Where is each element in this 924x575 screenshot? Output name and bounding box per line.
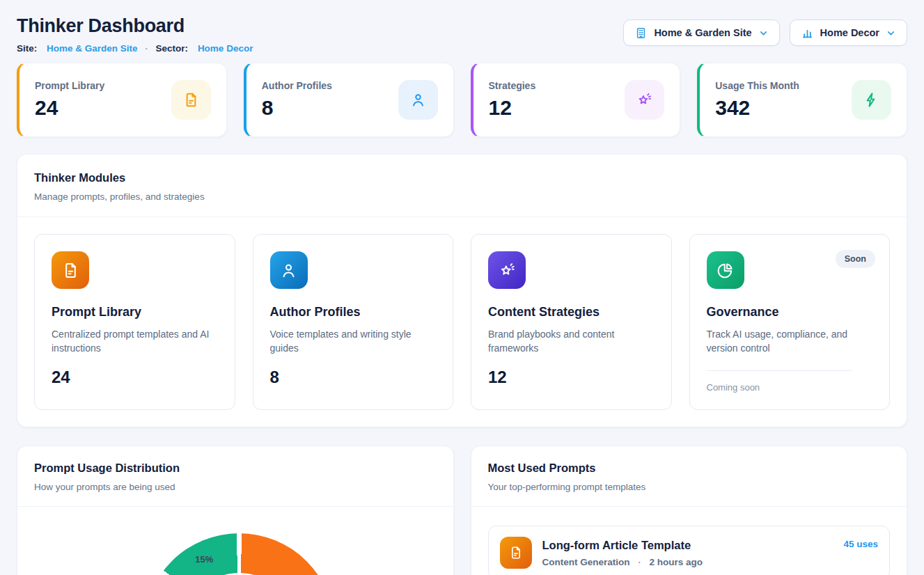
magic-star-icon [488, 251, 526, 289]
stat-value: 12 [489, 96, 536, 120]
header-dropdowns: Home & Garden Site Home Decor [623, 19, 907, 46]
bar-chart-icon [801, 26, 814, 40]
site-sector-meta: Site: Home & Garden Site · Sector: Home … [17, 43, 253, 54]
stat-value: 8 [262, 96, 332, 120]
site-label: Site: [17, 43, 37, 54]
sector-link[interactable]: Home Decor [198, 43, 253, 54]
sector-label: Sector: [156, 43, 189, 54]
pie-chart-icon [707, 251, 744, 289]
stat-label: Strategies [489, 80, 536, 91]
dashboard-page: Thinker Dashboard Site: Home & Garden Si… [0, 0, 924, 575]
module-card-content-strategies[interactable]: Content Strategies Brand playbooks and c… [471, 234, 672, 410]
most-used-prompts-card: Most Used Prompts Your top-performing pr… [471, 446, 908, 575]
module-description: Track AI usage, compliance, and version … [707, 327, 873, 356]
module-count: 24 [52, 368, 218, 387]
stat-card-strategies: Strategies 12 [471, 63, 681, 137]
file-icon [500, 537, 532, 569]
stat-value: 24 [35, 96, 104, 120]
prompt-item-title: Long-form Article Template [542, 539, 703, 552]
module-count: 8 [270, 368, 437, 387]
sector-dropdown[interactable]: Home Decor [790, 19, 907, 46]
prompt-list-item[interactable]: Long-form Article Template Content Gener… [488, 526, 891, 575]
donut-chart-area: 15% [17, 507, 453, 575]
topbar: Thinker Dashboard Site: Home & Garden Si… [17, 15, 907, 54]
modules-panel-header: Thinker Modules Manage prompts, profiles… [17, 155, 907, 217]
user-icon [398, 80, 438, 120]
module-title: Prompt Library [52, 305, 218, 320]
file-icon [52, 251, 89, 289]
donut-slice-label: 15% [195, 554, 213, 565]
thinker-modules-panel: Thinker Modules Manage prompts, profiles… [17, 154, 907, 427]
prompt-list: Long-form Article Template Content Gener… [471, 507, 907, 575]
prompts-card-header: Most Used Prompts Your top-performing pr… [471, 446, 907, 507]
page-title: Thinker Dashboard [17, 15, 253, 37]
building-icon [634, 26, 648, 40]
modules-grid: Prompt Library Centralized prompt templa… [17, 217, 907, 427]
sector-dropdown-label: Home Decor [820, 27, 879, 38]
chevron-down-icon [758, 28, 769, 38]
usage-card-title: Prompt Usage Distribution [34, 462, 437, 475]
module-description: Voice templates and writing style guides [270, 327, 437, 356]
module-title: Governance [707, 305, 873, 320]
prompt-item-time: 2 hours ago [650, 557, 703, 567]
prompts-card-subtitle: Your top-performing prompt templates [488, 482, 891, 492]
magic-star-icon [625, 80, 664, 120]
site-dropdown[interactable]: Home & Garden Site [623, 19, 779, 46]
bottom-row: Prompt Usage Distribution How your promp… [17, 446, 907, 575]
modules-subtitle: Manage prompts, profiles, and strategies [34, 191, 890, 202]
module-card-prompt-library[interactable]: Prompt Library Centralized prompt templa… [34, 234, 235, 410]
module-count: 12 [488, 368, 655, 387]
meta-dot: · [638, 557, 641, 567]
stat-card-author-profiles: Author Profiles 8 [244, 63, 454, 137]
stat-label: Author Profiles [262, 80, 332, 91]
site-dropdown-label: Home & Garden Site [654, 27, 751, 38]
module-description: Centralized prompt templates and AI inst… [52, 327, 218, 356]
module-card-governance: Soon Governance Track AI usage, complian… [689, 234, 891, 410]
module-title: Author Profiles [270, 305, 437, 320]
donut-chart: 15% [143, 533, 334, 575]
lightning-icon [852, 80, 891, 120]
soon-badge: Soon [836, 250, 875, 268]
prompt-usage-distribution-card: Prompt Usage Distribution How your promp… [17, 446, 454, 575]
prompt-item-uses: 45 uses [843, 536, 878, 549]
prompt-item-category: Content Generation [542, 557, 630, 567]
meta-dot: · [145, 43, 148, 54]
stats-row: Prompt Library 24 Author Profiles 8 [17, 63, 907, 137]
module-title: Content Strategies [488, 305, 655, 320]
stat-label: Usage This Month [715, 80, 799, 91]
user-icon [270, 251, 308, 289]
usage-card-subtitle: How your prompts are being used [34, 482, 437, 492]
module-description: Brand playbooks and content frameworks [488, 327, 655, 356]
chevron-down-icon [886, 28, 896, 38]
stat-card-usage: Usage This Month 342 [697, 63, 907, 137]
stat-label: Prompt Library [35, 80, 104, 91]
module-card-author-profiles[interactable]: Author Profiles Voice templates and writ… [253, 234, 454, 410]
prompt-item-meta: Content Generation · 2 hours ago [542, 557, 703, 567]
title-block: Thinker Dashboard Site: Home & Garden Si… [17, 15, 253, 54]
divider [707, 370, 853, 371]
stat-card-prompt-library: Prompt Library 24 [17, 63, 227, 137]
prompts-card-title: Most Used Prompts [488, 462, 891, 475]
file-icon [171, 80, 211, 120]
site-link[interactable]: Home & Garden Site [47, 43, 138, 54]
stat-value: 342 [715, 96, 799, 120]
usage-card-header: Prompt Usage Distribution How your promp… [17, 446, 453, 507]
prompt-item-text: Long-form Article Template Content Gener… [542, 539, 703, 567]
coming-soon-text: Coming soon [707, 382, 873, 393]
modules-title: Thinker Modules [34, 171, 890, 184]
